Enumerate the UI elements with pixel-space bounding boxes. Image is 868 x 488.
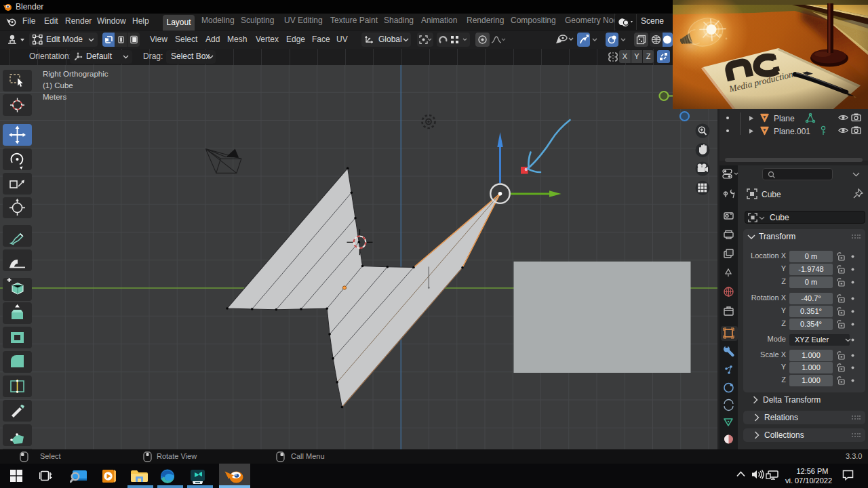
svg-text:Right Orthographic: Right Orthographic [43, 70, 108, 78]
svg-text:Meters: Meters [43, 93, 66, 101]
svg-text:(1) Cube: (1) Cube [43, 81, 73, 89]
